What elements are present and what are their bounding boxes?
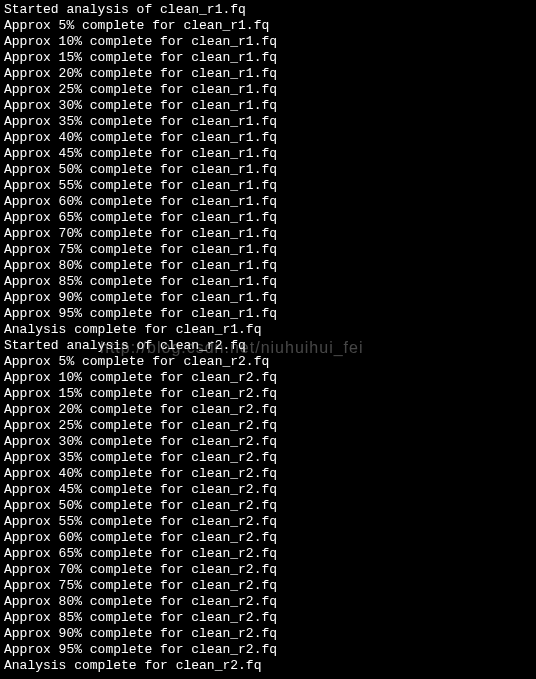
terminal-line: Approx 70% complete for clean_r1.fq [4,226,532,242]
terminal-line: Approx 20% complete for clean_r1.fq [4,66,532,82]
terminal-line: Approx 30% complete for clean_r1.fq [4,98,532,114]
terminal-line: Approx 5% complete for clean_r1.fq [4,18,532,34]
terminal-line: Approx 85% complete for clean_r1.fq [4,274,532,290]
terminal-line: Approx 70% complete for clean_r2.fq [4,562,532,578]
terminal-line: Approx 75% complete for clean_r1.fq [4,242,532,258]
terminal-line: Approx 35% complete for clean_r2.fq [4,450,532,466]
terminal-line: Approx 40% complete for clean_r1.fq [4,130,532,146]
terminal-line: Approx 25% complete for clean_r2.fq [4,418,532,434]
terminal-line: Approx 85% complete for clean_r2.fq [4,610,532,626]
terminal-line: Approx 60% complete for clean_r1.fq [4,194,532,210]
terminal-line: Approx 15% complete for clean_r1.fq [4,50,532,66]
terminal-line: Approx 10% complete for clean_r1.fq [4,34,532,50]
terminal-line: Approx 30% complete for clean_r2.fq [4,434,532,450]
terminal-line: Approx 50% complete for clean_r1.fq [4,162,532,178]
terminal-line: Approx 80% complete for clean_r2.fq [4,594,532,610]
terminal-line: Started analysis of clean_r2.fq [4,338,532,354]
terminal-line: Approx 45% complete for clean_r2.fq [4,482,532,498]
terminal-line: Approx 50% complete for clean_r2.fq [4,498,532,514]
terminal-line: Analysis complete for clean_r1.fq [4,322,532,338]
terminal-line: Approx 75% complete for clean_r2.fq [4,578,532,594]
terminal-line: Approx 90% complete for clean_r2.fq [4,626,532,642]
terminal-line: Approx 55% complete for clean_r1.fq [4,178,532,194]
terminal-line: Approx 5% complete for clean_r2.fq [4,354,532,370]
terminal-line: Approx 95% complete for clean_r1.fq [4,306,532,322]
terminal-line: Approx 95% complete for clean_r2.fq [4,642,532,658]
terminal-line: Approx 10% complete for clean_r2.fq [4,370,532,386]
terminal-line: Approx 45% complete for clean_r1.fq [4,146,532,162]
terminal-line: Approx 65% complete for clean_r2.fq [4,546,532,562]
terminal-line: Approx 55% complete for clean_r2.fq [4,514,532,530]
terminal-line: Approx 15% complete for clean_r2.fq [4,386,532,402]
terminal-line: Analysis complete for clean_r2.fq [4,658,532,674]
terminal-line: Started analysis of clean_r1.fq [4,2,532,18]
terminal-line: Approx 25% complete for clean_r1.fq [4,82,532,98]
terminal-line: Approx 80% complete for clean_r1.fq [4,258,532,274]
terminal-line: Approx 90% complete for clean_r1.fq [4,290,532,306]
terminal-line: Approx 65% complete for clean_r1.fq [4,210,532,226]
terminal-line: Approx 40% complete for clean_r2.fq [4,466,532,482]
terminal-line: Approx 20% complete for clean_r2.fq [4,402,532,418]
terminal-line: Approx 35% complete for clean_r1.fq [4,114,532,130]
terminal-output: Started analysis of clean_r1.fqApprox 5%… [4,2,532,674]
terminal-line: Approx 60% complete for clean_r2.fq [4,530,532,546]
